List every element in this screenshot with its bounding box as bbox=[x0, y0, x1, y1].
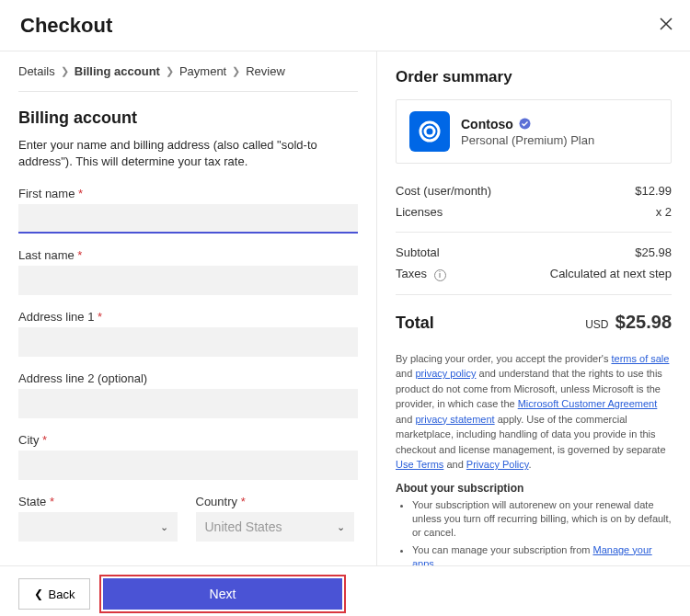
crumb-billing-account[interactable]: Billing account bbox=[75, 64, 160, 78]
address-line-1-label: Address line 1 * bbox=[18, 310, 354, 324]
privacy-policy-link[interactable]: privacy policy bbox=[415, 368, 476, 379]
crumb-review[interactable]: Review bbox=[246, 64, 285, 78]
total-currency: USD bbox=[585, 318, 608, 331]
crumb-details[interactable]: Details bbox=[18, 64, 55, 78]
last-name-input[interactable] bbox=[18, 266, 358, 295]
svg-point-2 bbox=[519, 119, 530, 130]
address-line-1-input[interactable] bbox=[18, 327, 358, 357]
breadcrumb: Details ❯ Billing account ❯ Payment ❯ Re… bbox=[18, 51, 358, 92]
licenses-label: Licenses bbox=[396, 205, 443, 219]
verified-badge-icon bbox=[519, 118, 531, 130]
chevron-right-icon: ❯ bbox=[166, 65, 174, 77]
page-title: Checkout bbox=[20, 14, 112, 37]
licenses-value: x 2 bbox=[656, 205, 672, 219]
country-select[interactable]: United States ⌄ bbox=[196, 512, 355, 542]
product-card: Contoso Personal (Premium) Plan bbox=[396, 99, 672, 164]
chevron-down-icon: ⌄ bbox=[337, 521, 345, 533]
city-label: City * bbox=[18, 433, 354, 447]
chevron-down-icon: ⌄ bbox=[160, 521, 168, 533]
product-name: Contoso bbox=[461, 117, 513, 131]
svg-point-0 bbox=[420, 122, 439, 141]
cost-label: Cost (user/month) bbox=[396, 184, 491, 198]
cost-value: $12.99 bbox=[635, 184, 672, 198]
product-logo-icon bbox=[409, 111, 450, 152]
chevron-right-icon: ❯ bbox=[232, 65, 240, 77]
next-button-highlight: Next bbox=[99, 575, 346, 613]
about-subscription-list: Your subscription will autorenew on your… bbox=[396, 498, 672, 566]
country-label: Country * bbox=[196, 495, 355, 508]
section-helper: Enter your name and billing address (als… bbox=[18, 137, 354, 170]
state-select[interactable]: ⌄ bbox=[18, 512, 178, 542]
address-line-2-label: Address line 2 (optional) bbox=[18, 371, 354, 385]
total-label: Total bbox=[396, 314, 434, 333]
order-summary-title: Order summary bbox=[396, 51, 672, 99]
city-input[interactable] bbox=[18, 451, 358, 480]
svg-point-1 bbox=[425, 127, 434, 136]
use-terms-link[interactable]: Use Terms bbox=[396, 459, 443, 470]
chevron-right-icon: ❯ bbox=[61, 65, 69, 77]
state-label: State * bbox=[18, 495, 178, 508]
mca-link[interactable]: Microsoft Customer Agreement bbox=[518, 398, 658, 409]
about-subscription-title: About your subscription bbox=[396, 482, 672, 495]
next-button[interactable]: Next bbox=[103, 578, 342, 610]
total-value: $25.98 bbox=[615, 312, 672, 332]
divider bbox=[396, 294, 672, 295]
privacy-statement-link[interactable]: privacy statement bbox=[415, 414, 494, 425]
subtotal-value: $25.98 bbox=[635, 245, 672, 259]
divider bbox=[396, 232, 672, 233]
section-title: Billing account bbox=[18, 108, 354, 128]
taxes-label: Taxes bbox=[396, 267, 427, 280]
about-bullet-2: You can manage your subscription from Ma… bbox=[412, 543, 672, 565]
product-plan: Personal (Premium) Plan bbox=[461, 133, 594, 147]
crumb-payment[interactable]: Payment bbox=[179, 64, 226, 78]
first-name-label: First name * bbox=[18, 187, 354, 200]
info-icon[interactable]: i bbox=[434, 269, 446, 281]
last-name-label: Last name * bbox=[18, 248, 354, 262]
legal-text: By placing your order, you accept the pr… bbox=[396, 351, 672, 473]
taxes-value: Calculated at next step bbox=[550, 267, 672, 281]
close-icon[interactable] bbox=[659, 17, 673, 36]
about-bullet-1: Your subscription will autorenew on your… bbox=[412, 498, 672, 541]
chevron-left-icon: ❮ bbox=[34, 587, 43, 600]
subtotal-label: Subtotal bbox=[396, 245, 440, 259]
first-name-input[interactable] bbox=[18, 204, 358, 234]
terms-of-sale-link[interactable]: terms of sale bbox=[611, 353, 669, 364]
back-button[interactable]: ❮ Back bbox=[18, 578, 90, 610]
privacy-policy-2-link[interactable]: Privacy Policy bbox=[466, 459, 529, 470]
address-line-2-input[interactable] bbox=[18, 389, 358, 418]
